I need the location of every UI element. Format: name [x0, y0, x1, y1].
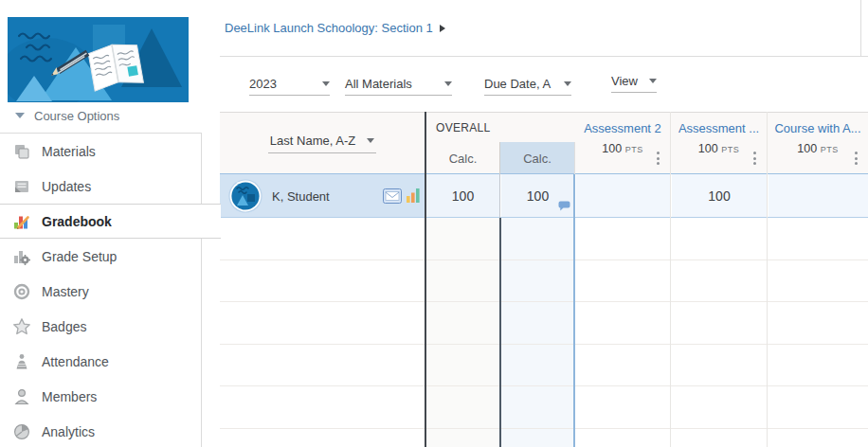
points-unit: PTS [821, 145, 839, 154]
sidebar-item-mastery[interactable]: Mastery [0, 274, 202, 309]
materials-filter[interactable]: All Materials [345, 73, 452, 96]
badges-icon [12, 317, 31, 336]
grade-cell[interactable]: 100 [672, 174, 767, 218]
kebab-menu-icon[interactable] [655, 150, 661, 167]
sidebar-item-grade-setup[interactable]: Grade Setup [0, 239, 202, 274]
calc-column-background [426, 218, 499, 447]
points-unit: PTS [625, 145, 643, 154]
column-divider-dark [425, 112, 426, 447]
gradebook-page: Course Options Materials Updates [0, 0, 868, 447]
assignment-title-link[interactable]: Course with A... [768, 121, 868, 135]
sidebar-item-gradebook[interactable]: Gradebook [0, 204, 221, 239]
kebab-menu-icon[interactable] [751, 150, 758, 167]
filter-label: Due Date, A [484, 77, 551, 91]
sidebar-item-label: Mastery [42, 284, 89, 299]
chevron-down-icon [649, 79, 657, 83]
sort-filter[interactable]: Due Date, A [484, 73, 571, 96]
points-value: 100 [602, 142, 622, 155]
column-divider [499, 174, 500, 218]
assignment-title-link[interactable]: Assessment 2 [575, 121, 670, 135]
column-divider-dark [499, 218, 501, 447]
kebab-menu-icon[interactable] [853, 150, 859, 167]
materials-icon [12, 142, 31, 161]
course-nav-menu: Materials Updates Gradebook [0, 134, 202, 447]
grade-value: 100 [452, 188, 474, 204]
column-divider [767, 112, 768, 447]
row-divider [220, 301, 868, 302]
sidebar-item-materials[interactable]: Materials [0, 134, 202, 169]
points-value: 100 [797, 142, 817, 155]
grade-cell[interactable] [576, 174, 670, 218]
overall-calc-column-header-selected[interactable]: Calc. [500, 142, 574, 174]
course-options-label: Course Options [34, 109, 119, 123]
sidebar-item-label: Analytics [42, 424, 95, 439]
student-avatar[interactable] [228, 179, 262, 213]
message-icon[interactable] [383, 188, 402, 207]
members-icon [12, 387, 31, 406]
calc-label: Calc. [449, 152, 478, 166]
chevron-down-icon [322, 81, 330, 86]
sidebar-item-analytics[interactable]: Analytics [0, 414, 202, 447]
assignment-column-header: Assessment ... 100 PTS [671, 112, 767, 174]
grade-value: 100 [708, 188, 730, 204]
attendance-icon [12, 352, 31, 371]
column-divider-blue [573, 174, 575, 447]
sidebar-item-label: Gradebook [42, 214, 112, 229]
row-divider [220, 385, 868, 386]
chevron-down-icon [444, 81, 452, 86]
content-divider [220, 56, 868, 57]
mastery-icon [12, 282, 31, 301]
course-section-link[interactable]: DeeLink Launch Schoology: Section 1 [225, 21, 433, 35]
sidebar-item-label: Members [42, 389, 97, 404]
chevron-down-icon [15, 113, 25, 118]
grading-period-filter[interactable]: 2023 [249, 73, 330, 96]
student-name[interactable]: K, Student [272, 174, 330, 218]
overall-calc-column-header[interactable]: Calc. [426, 142, 499, 174]
assignment-title-link[interactable]: Assessment ... [671, 121, 767, 135]
assignment-column-header: Assessment 2 100 PTS [575, 112, 670, 174]
sidebar-item-label: Attendance [42, 354, 109, 369]
assignment-column-header: Course with A... 100 PTS [768, 112, 868, 174]
row-divider [220, 428, 868, 429]
analytics-icon [12, 422, 31, 441]
sidebar-item-label: Updates [42, 179, 91, 194]
chevron-down-icon [564, 81, 571, 86]
filter-label: 2023 [249, 77, 277, 91]
column-divider [670, 112, 671, 447]
overall-grade-cell[interactable]: 100 [426, 174, 499, 218]
view-menu[interactable]: View [611, 70, 657, 93]
sidebar-item-updates[interactable]: Updates [0, 169, 202, 204]
gradebook-icon [12, 212, 31, 231]
calc-label: Calc. [523, 152, 552, 166]
sidebar-item-label: Badges [42, 319, 86, 334]
calc-column-background-selected [501, 218, 574, 447]
name-sort-dropdown[interactable]: Last Name, A-Z [268, 134, 376, 153]
points-value: 100 [698, 142, 718, 155]
grade-cell[interactable] [769, 174, 868, 218]
row-divider [220, 344, 868, 345]
grade-value: 100 [527, 188, 549, 204]
header-edge-divider [860, 0, 861, 56]
grade-report-icon[interactable] [406, 187, 421, 207]
overall-label: OVERALL [436, 121, 490, 134]
filter-label: All Materials [345, 77, 412, 91]
sidebar-item-attendance[interactable]: Attendance [0, 344, 202, 379]
name-sort-label: Last Name, A-Z [270, 134, 355, 148]
overall-grade-cell-selected[interactable]: 100 [501, 174, 574, 218]
course-profile-image[interactable] [8, 17, 189, 102]
course-illustration [8, 17, 189, 102]
filter-label: View [611, 74, 638, 88]
name-column-header: Last Name, A-Z [220, 112, 425, 174]
column-divider [499, 142, 500, 174]
comment-icon[interactable] [558, 199, 570, 214]
sidebar-item-badges[interactable]: Badges [0, 309, 202, 344]
chevron-down-icon [367, 138, 374, 143]
breadcrumb-expand-icon[interactable] [440, 25, 445, 32]
sidebar-item-label: Grade Setup [42, 249, 117, 264]
sidebar-item-members[interactable]: Members [0, 379, 202, 414]
points-unit: PTS [721, 145, 739, 154]
course-options-dropdown[interactable]: Course Options [15, 106, 119, 125]
column-divider [574, 142, 575, 174]
sidebar-border [201, 133, 202, 447]
updates-icon [12, 177, 31, 196]
